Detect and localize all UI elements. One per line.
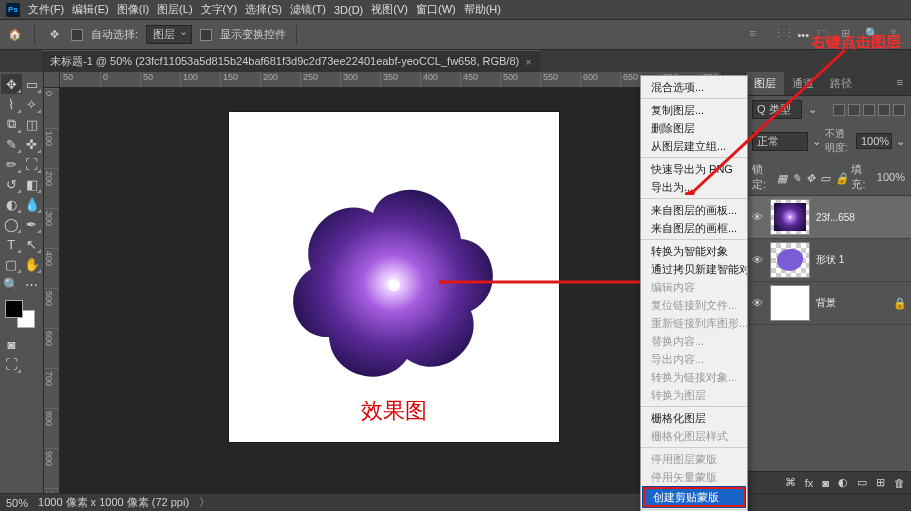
context-menu-item[interactable]: 快速导出为 PNG — [641, 160, 747, 178]
ruler-tick: 800 — [44, 408, 59, 448]
auto-select-dropdown[interactable]: 图层 — [146, 25, 192, 44]
menu-layer[interactable]: 图层(L) — [157, 2, 192, 17]
show-transform-label: 显示变换控件 — [220, 27, 286, 42]
lock-transparent-icon[interactable]: ▦ — [777, 172, 787, 183]
menu-file[interactable]: 文件(F) — [28, 2, 64, 17]
color-swatches[interactable] — [5, 300, 35, 328]
zoom-tool[interactable]: 🔍 — [1, 274, 22, 294]
context-menu-item[interactable]: 删除图层 — [641, 119, 747, 137]
context-menu-item[interactable]: 通过拷贝新建智能对象 — [641, 260, 747, 278]
layer-name[interactable]: 形状 1 — [816, 253, 907, 267]
hand-tool[interactable]: ✋ — [22, 254, 43, 274]
layer-name[interactable]: 背景 — [816, 296, 887, 310]
distribute-icon[interactable]: ⋮⋮ — [773, 27, 789, 43]
tab-channels[interactable]: 通道 — [784, 72, 822, 95]
ruler-origin[interactable] — [44, 72, 60, 88]
visibility-toggle[interactable]: 👁 — [750, 211, 764, 223]
history-brush-tool[interactable]: ↺ — [1, 174, 22, 194]
fill-value[interactable]: 100% — [877, 171, 905, 183]
auto-select-checkbox[interactable] — [71, 29, 83, 41]
status-chevron-icon[interactable]: 〉 — [199, 495, 210, 510]
stamp-tool[interactable]: ⛶ — [22, 154, 43, 174]
path-tool[interactable]: ↖ — [22, 234, 43, 254]
adjustment-icon[interactable]: ◐ — [838, 476, 848, 489]
magic-wand-tool[interactable]: ✧ — [22, 94, 43, 114]
layer-row[interactable]: 👁形状 1 — [746, 239, 911, 282]
eraser-tool[interactable]: ◧ — [22, 174, 43, 194]
show-transform-checkbox[interactable] — [200, 29, 212, 41]
context-menu-item[interactable]: 来自图层的画框... — [641, 219, 747, 237]
context-menu-item[interactable]: 复制图层... — [641, 101, 747, 119]
dodge-tool[interactable]: ◯ — [1, 214, 22, 234]
panel-menu-icon[interactable]: ≡ — [889, 72, 911, 95]
context-menu-item-create-clipping-mask[interactable]: 创建剪贴蒙版 — [643, 487, 745, 507]
frame-tool[interactable]: ◫ — [22, 114, 43, 134]
move-tool[interactable]: ✥ — [1, 74, 22, 94]
marquee-tool[interactable]: ▭ — [22, 74, 43, 94]
blend-mode-select[interactable]: 正常 — [752, 132, 808, 151]
menu-help[interactable]: 帮助(H) — [464, 2, 501, 17]
canvas[interactable]: 效果图 — [229, 112, 559, 442]
fx-icon[interactable]: fx — [805, 477, 814, 489]
type-tool[interactable]: T — [1, 234, 22, 254]
layer-thumbnail[interactable] — [770, 242, 810, 278]
visibility-toggle[interactable]: 👁 — [750, 297, 764, 309]
menu-type[interactable]: 文字(Y) — [201, 2, 238, 17]
annotation-hint-text: 右键点击图层 — [811, 33, 901, 52]
screenmode-toggle[interactable]: ⛶ — [1, 354, 22, 374]
ruler-vertical[interactable]: 01002003004005006007008009001000 — [44, 88, 60, 493]
lock-all-icon[interactable]: 🔒 — [835, 172, 846, 183]
shape-tool[interactable]: ▢ — [1, 254, 22, 274]
patch-tool[interactable]: ✜ — [22, 134, 43, 154]
layer-row[interactable]: 👁23f...658 — [746, 196, 911, 239]
zoom-level[interactable]: 50% — [6, 497, 28, 509]
link-layers-icon[interactable]: ⌘ — [785, 476, 796, 489]
mask-icon[interactable]: ◙ — [822, 477, 829, 489]
layer-thumbnail[interactable] — [770, 285, 810, 321]
edit-toolbar[interactable]: ⋯ — [22, 274, 43, 294]
menu-select[interactable]: 选择(S) — [245, 2, 282, 17]
opacity-input[interactable]: 100% — [856, 133, 892, 149]
tab-paths[interactable]: 路径 — [822, 72, 860, 95]
gradient-tool[interactable]: ◐ — [1, 194, 22, 214]
context-menu-item[interactable]: 导出为... — [641, 178, 747, 196]
lasso-tool[interactable]: ⌇ — [1, 94, 22, 114]
menu-3d[interactable]: 3D(D) — [334, 4, 363, 16]
close-tab-icon[interactable]: × — [525, 56, 531, 68]
context-menu-item: 转换为图层 — [641, 386, 747, 404]
group-icon[interactable]: ▭ — [857, 476, 867, 489]
context-menu-item[interactable]: 来自图层的画板... — [641, 201, 747, 219]
context-menu-item[interactable]: 从图层建立组... — [641, 137, 747, 155]
lock-brush-icon[interactable]: ✎ — [792, 172, 801, 183]
home-icon[interactable]: 🏠 — [6, 26, 24, 44]
blur-tool[interactable]: 💧 — [22, 194, 43, 214]
tab-layers[interactable]: 图层 — [746, 72, 784, 95]
menu-view[interactable]: 视图(V) — [371, 2, 408, 17]
document-tab[interactable]: 未标题-1 @ 50% (23fcf11053a5d815b24baf681f3… — [42, 50, 540, 72]
layer-kind-select[interactable]: Q 类型 — [752, 100, 802, 119]
pen-tool[interactable]: ✒ — [22, 214, 43, 234]
layer-row[interactable]: 👁背景🔒 — [746, 282, 911, 325]
doc-dimensions[interactable]: 1000 像素 x 1000 像素 (72 ppi) — [38, 495, 189, 510]
align-icon[interactable]: ≡ — [749, 27, 765, 43]
lock-artboard-icon[interactable]: ▭ — [820, 172, 830, 183]
quickmask-toggle[interactable]: ◙ — [1, 334, 22, 354]
layer-name[interactable]: 23f...658 — [816, 212, 907, 223]
visibility-toggle[interactable]: 👁 — [750, 254, 764, 266]
foreground-color[interactable] — [5, 300, 23, 318]
menu-window[interactable]: 窗口(W) — [416, 2, 456, 17]
layer-thumbnail[interactable] — [770, 199, 810, 235]
menu-filter[interactable]: 滤镜(T) — [290, 2, 326, 17]
menu-edit[interactable]: 编辑(E) — [72, 2, 109, 17]
layer-filter-buttons[interactable] — [833, 104, 905, 116]
delete-layer-icon[interactable]: 🗑 — [894, 477, 905, 489]
brush-tool[interactable]: ✏ — [1, 154, 22, 174]
context-menu-item[interactable]: 转换为智能对象 — [641, 242, 747, 260]
menu-image[interactable]: 图像(I) — [117, 2, 149, 17]
new-layer-icon[interactable]: ⊞ — [876, 476, 885, 489]
crop-tool[interactable]: ⧉ — [1, 114, 22, 134]
context-menu-item[interactable]: 混合选项... — [641, 78, 747, 96]
context-menu-item[interactable]: 栅格化图层 — [641, 409, 747, 427]
eyedropper-tool[interactable]: ✎ — [1, 134, 22, 154]
lock-move-icon[interactable]: ✥ — [806, 172, 815, 183]
